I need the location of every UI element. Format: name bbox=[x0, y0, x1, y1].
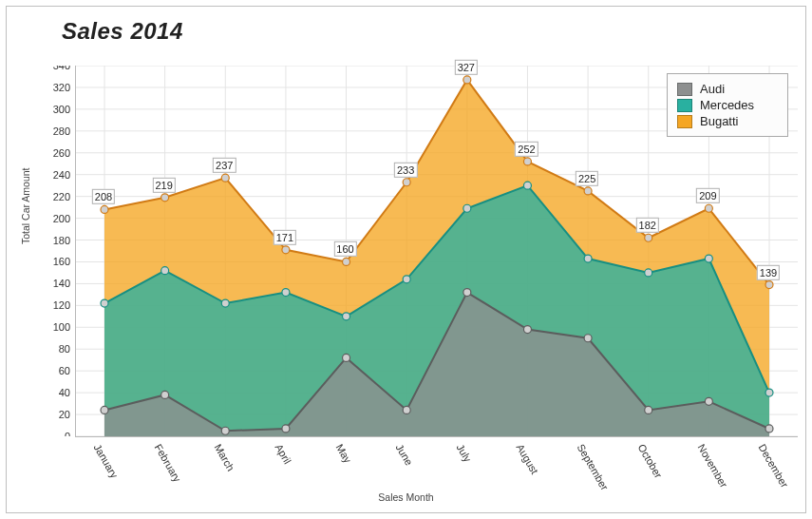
legend-swatch-mercedes bbox=[677, 99, 692, 112]
svg-point-61 bbox=[523, 326, 531, 334]
x-tick: October bbox=[635, 442, 664, 480]
svg-point-58 bbox=[343, 354, 350, 361]
svg-point-37 bbox=[523, 158, 531, 165]
legend-swatch-bugatti bbox=[677, 115, 692, 128]
svg-text:40: 40 bbox=[59, 387, 70, 398]
x-tick: September bbox=[576, 442, 611, 492]
legend-label-audi: Audi bbox=[700, 82, 725, 96]
legend-label-mercedes: Mercedes bbox=[700, 98, 754, 112]
svg-text:320: 320 bbox=[53, 82, 70, 93]
svg-point-51 bbox=[645, 269, 652, 277]
svg-point-45 bbox=[282, 289, 290, 297]
svg-point-64 bbox=[705, 397, 712, 405]
svg-point-33 bbox=[282, 246, 290, 254]
data-label: 182 bbox=[636, 218, 659, 233]
x-tick: March bbox=[213, 442, 237, 472]
svg-text:260: 260 bbox=[53, 147, 70, 159]
svg-text:340: 340 bbox=[53, 66, 70, 71]
legend-item-bugatti: Bugatti bbox=[677, 113, 778, 129]
data-label: 219 bbox=[152, 178, 175, 193]
svg-text:180: 180 bbox=[53, 235, 70, 246]
legend: Audi Mercedes Bugatti bbox=[667, 73, 788, 137]
svg-point-59 bbox=[403, 406, 410, 413]
legend-item-audi: Audi bbox=[677, 81, 778, 97]
svg-point-57 bbox=[282, 425, 290, 432]
x-tick: December bbox=[757, 442, 791, 490]
data-label: 237 bbox=[213, 158, 236, 173]
x-tick: January bbox=[92, 442, 121, 480]
x-tick: August bbox=[515, 442, 541, 476]
svg-text:120: 120 bbox=[53, 299, 70, 311]
svg-text:280: 280 bbox=[53, 125, 70, 137]
data-label: 225 bbox=[576, 171, 598, 186]
svg-text:20: 20 bbox=[59, 409, 70, 420]
x-axis-label: Sales Month bbox=[7, 491, 805, 503]
data-label: 208 bbox=[92, 189, 115, 204]
x-tick: June bbox=[394, 442, 415, 468]
svg-point-60 bbox=[463, 289, 471, 297]
legend-item-mercedes: Mercedes bbox=[677, 97, 778, 113]
svg-point-30 bbox=[101, 205, 108, 213]
data-label: 252 bbox=[515, 142, 538, 157]
svg-point-56 bbox=[221, 427, 229, 434]
svg-point-47 bbox=[403, 276, 410, 283]
svg-text:220: 220 bbox=[53, 191, 70, 202]
svg-text:300: 300 bbox=[53, 104, 70, 115]
svg-point-35 bbox=[403, 179, 410, 186]
svg-text:100: 100 bbox=[53, 321, 70, 333]
svg-point-38 bbox=[584, 187, 592, 195]
svg-text:160: 160 bbox=[53, 256, 70, 267]
svg-text:200: 200 bbox=[53, 213, 70, 224]
svg-point-52 bbox=[705, 255, 712, 262]
svg-text:240: 240 bbox=[53, 169, 70, 181]
svg-point-55 bbox=[161, 391, 169, 398]
svg-point-43 bbox=[161, 267, 169, 275]
svg-point-34 bbox=[343, 258, 350, 265]
svg-point-40 bbox=[705, 204, 712, 212]
svg-point-65 bbox=[765, 425, 773, 432]
svg-point-42 bbox=[101, 299, 108, 307]
data-label: 209 bbox=[696, 188, 719, 203]
x-tick: February bbox=[152, 442, 182, 484]
svg-point-41 bbox=[765, 281, 773, 289]
svg-point-46 bbox=[343, 313, 350, 320]
svg-point-63 bbox=[645, 406, 652, 413]
svg-text:80: 80 bbox=[59, 343, 70, 355]
data-label: 171 bbox=[274, 230, 296, 245]
svg-point-54 bbox=[101, 406, 108, 413]
chart-title: Sales 2014 bbox=[62, 18, 183, 45]
svg-point-31 bbox=[161, 194, 169, 202]
svg-point-48 bbox=[463, 204, 471, 212]
svg-point-62 bbox=[584, 335, 592, 342]
legend-label-bugatti: Bugatti bbox=[700, 114, 738, 128]
x-tick: July bbox=[454, 442, 473, 464]
svg-text:60: 60 bbox=[59, 365, 70, 376]
y-axis-label: Total Car Amount bbox=[20, 167, 31, 244]
svg-point-49 bbox=[523, 182, 531, 189]
data-label: 327 bbox=[455, 60, 478, 75]
svg-text:0: 0 bbox=[65, 431, 70, 436]
svg-point-50 bbox=[584, 255, 592, 262]
data-label: 139 bbox=[757, 264, 780, 279]
x-tick: May bbox=[333, 442, 353, 465]
svg-point-32 bbox=[221, 174, 229, 182]
svg-point-36 bbox=[463, 76, 471, 84]
data-label: 233 bbox=[394, 163, 417, 178]
data-label: 160 bbox=[333, 241, 356, 257]
chart-frame: Sales 2014 Total Car Amount 020406080100… bbox=[6, 6, 806, 513]
svg-point-39 bbox=[645, 234, 652, 241]
svg-text:140: 140 bbox=[53, 278, 70, 289]
svg-point-53 bbox=[765, 389, 773, 396]
legend-swatch-audi bbox=[677, 83, 692, 96]
svg-point-44 bbox=[221, 299, 229, 307]
x-tick: November bbox=[696, 442, 730, 490]
x-tick: April bbox=[274, 442, 293, 466]
